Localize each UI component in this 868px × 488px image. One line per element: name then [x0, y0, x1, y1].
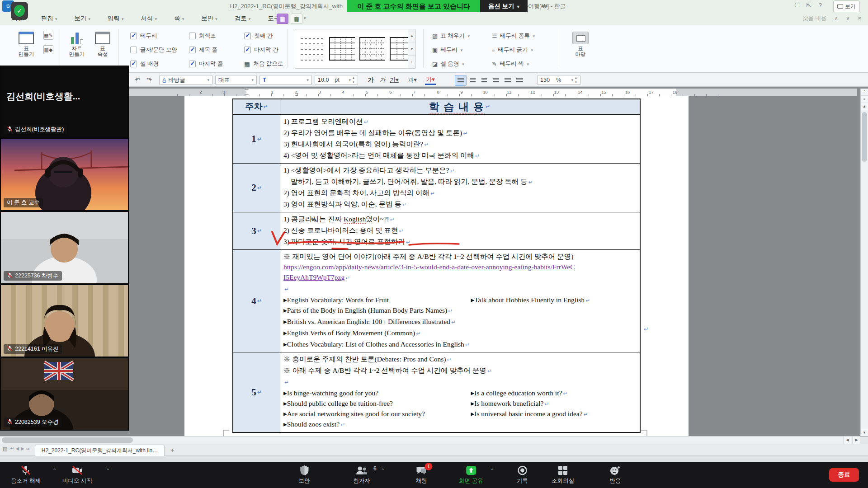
table-row-week-1[interactable]: 1↵1) 프로그램 오리엔테이션↵2) 우리가 영어를 배우는 데 실패하는 이…: [233, 115, 640, 164]
checkbox-처음 값으로[interactable]: ▦처음 값으로: [244, 60, 283, 68]
checkbox-글자/문단 모양[interactable]: 글자/문단 모양: [130, 46, 177, 54]
table-toolbar-toggle-icon[interactable]: ▦: [291, 14, 302, 24]
content-cell[interactable]: 1) <생활영어>에서 가장 중요하다고 생각하는 부분은?↵말하기, 듣고 이…: [280, 164, 640, 212]
resize-icon[interactable]: ⇱: [806, 2, 811, 9]
draw-table-icon[interactable]: ▦✎: [43, 31, 53, 40]
align-right-button[interactable]: [490, 75, 502, 86]
fullscreen-icon[interactable]: ⛶: [795, 2, 799, 9]
find-input-placeholder[interactable]: 찾을 내용: [802, 15, 826, 21]
header-content[interactable]: 학 습 내 용↵: [280, 99, 640, 114]
strikethrough-button[interactable]: 과▾: [407, 75, 418, 85]
help-icon[interactable]: ?: [819, 2, 822, 9]
align-distribute-button[interactable]: [502, 75, 514, 86]
table-row-week-3[interactable]: 3↵1) 콩글리시는 진짜 Koglish였어~?!↵2) 신종 코로나바이러스…: [233, 212, 640, 250]
content-cell[interactable]: ※ 재미있는 영어 단어 이야기(아래 주제 중 A/B반 각각 1~2 선택하…: [280, 250, 640, 352]
align-left-button[interactable]: [467, 75, 478, 86]
size-spinner[interactable]: ▲▼: [352, 75, 355, 84]
find-bar[interactable]: 찾을 내용 ∧ ∨ ✕: [802, 14, 862, 22]
document-tab[interactable]: H2_2022-1_RC(영미문행_강의계획서_with lin…: [35, 445, 165, 456]
button-셀 음영[interactable]: ◪셀 음영▾: [432, 60, 464, 68]
table-properties-button[interactable]: 표 속성: [91, 32, 114, 57]
breakout-button[interactable]: 소회의실: [552, 465, 574, 485]
checkbox-마지막 줄[interactable]: 마지막 줄: [189, 60, 223, 68]
scroll-split-icon[interactable]: ⌃: [861, 89, 868, 96]
align-divide-button[interactable]: [514, 75, 525, 86]
video-tile-이 준 호 교수[interactable]: 이 준 호 교수: [1, 139, 128, 210]
button-테두리 굵기[interactable]: ≡테두리 굵기▾: [492, 46, 533, 54]
security-button[interactable]: 보안: [299, 465, 310, 485]
bold-button[interactable]: 가: [365, 75, 376, 85]
horizontal-scroll-thumb[interactable]: [2, 437, 133, 443]
menu-입력[interactable]: 입력▾: [102, 12, 129, 25]
align-justify-button[interactable]: [455, 75, 467, 86]
outline-view-icon[interactable]: ▤: [3, 446, 7, 452]
video-tile-22225736 차범수[interactable]: 22225736 차범수: [1, 212, 128, 283]
erase-table-icon[interactable]: ▦◆: [43, 45, 53, 54]
chevron-up-icon[interactable]: ⌃: [381, 468, 385, 474]
menu-보안[interactable]: 보안▾: [196, 12, 223, 25]
content-cell[interactable]: 1) 프로그램 오리엔테이션↵2) 우리가 영어를 배우는 데 실패하는 이유(…: [280, 115, 640, 163]
week-number-cell[interactable]: 1↵: [233, 115, 280, 163]
horizontal-scrollbar[interactable]: ◀ ▶: [0, 436, 860, 444]
menu-보기[interactable]: 보기▾: [69, 12, 96, 25]
checkbox-셀 배경[interactable]: 셀 배경: [130, 60, 159, 68]
week-number-cell[interactable]: 2↵: [233, 164, 280, 212]
button-테두리[interactable]: ▣테두리▾: [432, 46, 462, 54]
checkbox-마지막 칸[interactable]: 마지막 칸: [244, 46, 278, 54]
chevron-up-icon[interactable]: ⌃: [52, 468, 57, 474]
end-meeting-button[interactable]: 종료: [829, 468, 859, 482]
record-button[interactable]: 기록: [517, 465, 528, 485]
paragraph-style-select[interactable]: A̲바탕글▾: [159, 75, 212, 85]
next-tab-icon[interactable]: ▶: [21, 446, 24, 451]
content-cell[interactable]: 1) 콩글리시는 진짜 Koglish였어~?!↵2) 신종 코로나바이러스: …: [280, 212, 640, 249]
checkbox-첫째 칸[interactable]: 첫째 칸: [244, 32, 273, 40]
scroll-right-icon[interactable]: ▶: [852, 436, 860, 444]
scroll-down-icon[interactable]: ▼: [861, 429, 868, 436]
zoom-spinner[interactable]: ▲▼: [575, 75, 577, 84]
reactions-button[interactable]: 반응: [609, 465, 621, 485]
checkbox-테두리[interactable]: 테두리: [130, 32, 157, 40]
unmute-button[interactable]: 음소거 해제: [11, 465, 41, 485]
start-video-button[interactable]: 비디오 시작: [62, 465, 92, 485]
table-row-week-4[interactable]: 4↵※ 재미있는 영어 단어 이야기(아래 주제 중 A/B반 각각 1~2 선…: [233, 250, 640, 352]
video-tile-22214161 이유진[interactable]: 22214161 이유진: [1, 285, 128, 357]
table-madang-button[interactable]: 표 마당: [569, 32, 592, 57]
undo-icon[interactable]: ↶: [132, 75, 143, 85]
scroll-left-icon[interactable]: ◀: [843, 436, 851, 444]
zoom-level-input[interactable]: 130%▾▲▼: [537, 75, 580, 85]
redo-icon[interactable]: ↷: [144, 75, 155, 85]
week-number-cell[interactable]: 5↵: [233, 352, 280, 432]
view-mode-button[interactable]: 보기: [833, 0, 860, 12]
table-style-preview[interactable]: [329, 36, 355, 62]
font-select[interactable]: T▾: [259, 75, 312, 85]
chat-button[interactable]: 1채팅: [416, 465, 427, 485]
table-header-row[interactable]: 주차↵ 학 습 내 용↵: [233, 99, 640, 115]
ribbon-toggle-icon[interactable]: ▦: [277, 14, 288, 24]
style-set-select[interactable]: 대표▾: [215, 75, 257, 85]
prev-tab-icon[interactable]: ◀: [15, 446, 19, 451]
button-테두리 색[interactable]: ✎테두리 색▾: [492, 60, 529, 68]
align-center-button[interactable]: [478, 75, 490, 86]
find-next-icon[interactable]: ∨: [846, 15, 849, 21]
vertical-scrollbar[interactable]: ⌃ ≡ ▲ ▼: [860, 89, 868, 436]
scroll-ruler-icon[interactable]: ≡: [861, 96, 868, 103]
menu-쪽[interactable]: 쪽▾: [169, 12, 189, 25]
table-style-gallery[interactable]: ▲▼⊥: [295, 29, 416, 69]
create-table-button[interactable]: 표 만들기: [14, 32, 39, 57]
checkbox-회색조[interactable]: 회색조: [189, 32, 216, 40]
hyperlink[interactable]: https://engoo.com/app/daily-news/article…: [283, 263, 575, 271]
toolbar-caret-icon[interactable]: ▾: [304, 16, 306, 20]
chevron-up-icon[interactable]: ⌃: [106, 468, 110, 474]
find-prev-icon[interactable]: ∧: [835, 15, 838, 21]
content-cell[interactable]: ※ 흥미로운 주제의 찬반 토론(Debates: Pros and Cons)…: [280, 352, 640, 432]
create-chart-button[interactable]: 차트 만들기: [64, 32, 90, 57]
week-number-cell[interactable]: 4↵: [233, 250, 280, 352]
italic-button[interactable]: 가: [377, 75, 388, 85]
font-color-button[interactable]: 가▾: [425, 75, 436, 85]
font-size-input[interactable]: 10.0pt▾▲▼: [315, 75, 358, 85]
video-tile-김선희(비호생활관)[interactable]: 김선희(비호생활...김선희(비호생활관): [1, 66, 128, 137]
week-number-cell[interactable]: 3↵: [233, 212, 280, 249]
vertical-scroll-thumb[interactable]: [862, 112, 867, 162]
table-row-week-5[interactable]: 5↵※ 흥미로운 주제의 찬반 토론(Debates: Pros and Con…: [233, 352, 640, 432]
menu-서식[interactable]: 서식▾: [136, 12, 163, 25]
